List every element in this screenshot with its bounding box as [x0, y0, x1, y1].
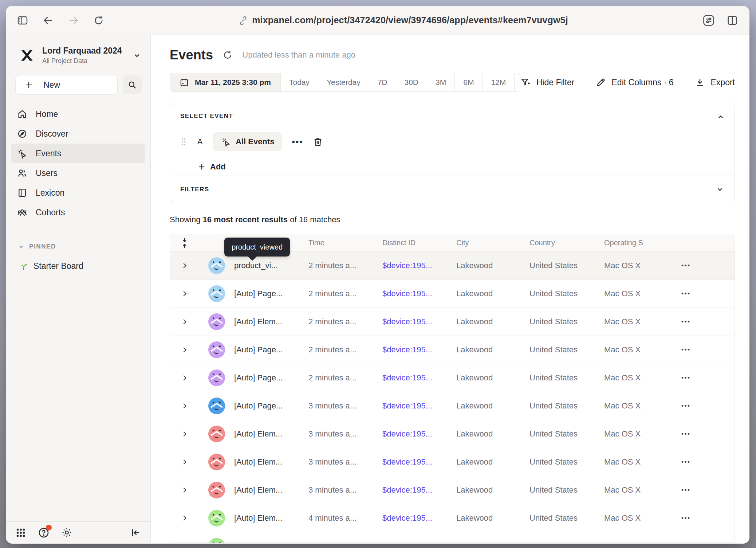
table-row[interactable]: ••• — [170, 532, 735, 543]
expand-row-icon[interactable] — [170, 290, 199, 298]
avatar-cell — [199, 398, 234, 414]
split-view-icon[interactable] — [726, 14, 739, 27]
help-icon[interactable] — [38, 527, 50, 539]
row-more-options-button[interactable]: ••• — [681, 543, 690, 543]
range-3m[interactable]: 3M — [427, 73, 454, 91]
pinned-section-header[interactable]: PINNED — [6, 232, 150, 250]
distinct-id-link[interactable]: $device:195... — [382, 373, 456, 383]
sidebar-item-discover[interactable]: Discover — [11, 124, 145, 144]
distinct-id-link[interactable]: $device:195... — [382, 429, 456, 439]
sidebar-item-cohorts[interactable]: Cohorts — [11, 203, 145, 222]
expand-row-icon[interactable] — [170, 346, 199, 354]
table-row[interactable]: [Auto] Elem... 3 minutes a... $device:19… — [170, 448, 735, 476]
row-more-options-button[interactable]: ••• — [681, 318, 690, 325]
row-more-options-button[interactable]: ••• — [681, 346, 690, 353]
refresh-icon[interactable] — [223, 50, 233, 60]
column-header-country[interactable]: Country — [529, 239, 604, 247]
table-row[interactable]: [Auto] Elem... 2 minutes a... $device:19… — [170, 308, 735, 336]
city-cell: Lakewood — [456, 261, 529, 270]
gear-icon[interactable] — [61, 527, 72, 538]
row-more-options-button[interactable]: ••• — [681, 458, 690, 466]
range-xtd[interactable]: XTD — [514, 73, 520, 91]
table-body: product_vi... 2 minutes a... $device:195… — [170, 252, 735, 543]
sidebar-toggle-icon[interactable] — [17, 15, 28, 26]
expand-row-icon[interactable] — [170, 514, 199, 522]
table-row[interactable]: [Auto] Page... 2 minutes a... $device:19… — [170, 280, 735, 308]
table-row[interactable]: [Auto] Page... 2 minutes a... $device:19… — [170, 336, 735, 364]
country-cell: United States — [529, 317, 604, 326]
sidebar-item-lexicon[interactable]: Lexicon — [11, 183, 145, 203]
column-header-distinct-id[interactable]: Distinct ID — [382, 239, 456, 247]
country-cell: United States — [529, 345, 604, 355]
event-avatar — [208, 257, 225, 274]
distinct-id-link[interactable]: $device:195... — [382, 317, 456, 326]
row-more-options-button[interactable]: ••• — [681, 262, 690, 269]
row-more-options-button[interactable]: ••• — [681, 486, 690, 494]
all-events-selector[interactable]: All Events — [213, 132, 282, 151]
row-more-options-button[interactable]: ••• — [681, 514, 690, 522]
project-subtitle: All Project Data — [42, 57, 126, 65]
sidebar-item-home[interactable]: Home — [11, 104, 145, 124]
distinct-id-link[interactable]: $device:195... — [382, 457, 456, 467]
collapse-rows-icon[interactable] — [170, 238, 199, 248]
expand-row-icon[interactable] — [170, 318, 199, 326]
table-row[interactable]: [Auto] Elem... 3 minutes a... $device:19… — [170, 420, 735, 448]
distinct-id-link[interactable]: $device:195... — [382, 261, 456, 270]
distinct-id-link[interactable]: $device:195... — [382, 345, 456, 355]
add-event-button[interactable]: Add — [198, 162, 724, 172]
chevron-up-icon[interactable] — [716, 113, 725, 121]
edit-columns-button[interactable]: Edit Columns · 6 — [596, 77, 674, 87]
sidebar-item-events[interactable]: Events — [11, 144, 145, 163]
row-actions-cell: ••• — [678, 430, 735, 438]
distinct-id-link[interactable]: $device:195... — [382, 401, 456, 411]
date-range-selected[interactable]: Mar 11, 2025 3:30 pm — [170, 73, 280, 91]
sidebar-item-starter-board[interactable]: Starter Board — [6, 250, 150, 271]
table-row[interactable]: [Auto] Elem... 3 minutes a... $device:19… — [170, 476, 735, 504]
tune-icon[interactable] — [702, 14, 715, 27]
search-button[interactable] — [123, 75, 142, 94]
drag-handle-icon[interactable] — [180, 137, 187, 146]
range-6m[interactable]: 6M — [454, 73, 482, 91]
project-switcher[interactable]: Lord Farquaad 2024 All Project Data — [6, 35, 150, 65]
distinct-id-link[interactable]: $device:195... — [382, 513, 456, 523]
table-row[interactable]: [Auto] Elem... 4 minutes a... $device:19… — [170, 504, 735, 532]
distinct-id-link[interactable]: $device:195... — [382, 289, 456, 298]
range-30d[interactable]: 30D — [396, 73, 427, 91]
row-more-options-button[interactable]: ••• — [681, 430, 690, 438]
range-12m[interactable]: 12M — [482, 73, 514, 91]
event-more-options-button[interactable]: ••• — [292, 137, 303, 147]
row-more-options-button[interactable]: ••• — [681, 374, 690, 381]
expand-row-icon[interactable] — [170, 542, 199, 543]
expand-row-icon[interactable] — [170, 374, 199, 382]
range-yesterday[interactable]: Yesterday — [318, 73, 369, 91]
expand-row-icon[interactable] — [170, 458, 199, 466]
country-cell: United States — [529, 513, 604, 523]
collapse-sidebar-icon[interactable] — [130, 527, 141, 538]
trash-icon[interactable] — [313, 137, 323, 147]
table-row[interactable]: [Auto] Page... 2 minutes a... $device:19… — [170, 364, 735, 392]
project-name: Lord Farquaad 2024 — [42, 46, 126, 56]
row-more-options-button[interactable]: ••• — [681, 290, 690, 297]
range-7d[interactable]: 7D — [369, 73, 396, 91]
reload-icon[interactable] — [93, 15, 104, 26]
row-more-options-button[interactable]: ••• — [681, 402, 690, 410]
expand-row-icon[interactable] — [170, 262, 199, 270]
sidebar-item-users[interactable]: Users — [11, 163, 145, 183]
row-actions-cell: ••• — [678, 543, 735, 543]
expand-row-icon[interactable] — [170, 430, 199, 438]
back-icon[interactable] — [42, 15, 54, 26]
column-header-time[interactable]: Time — [308, 239, 382, 247]
new-button[interactable]: New — [15, 75, 118, 95]
range-today[interactable]: Today — [280, 73, 318, 91]
hide-filter-button[interactable]: Hide Filter — [520, 77, 575, 87]
apps-grid-icon[interactable] — [15, 527, 26, 538]
table-row[interactable]: [Auto] Page... 3 minutes a... $device:19… — [170, 392, 735, 420]
address-bar[interactable]: mixpanel.com/project/3472420/view/397469… — [104, 15, 702, 26]
export-button[interactable]: Export — [695, 77, 735, 87]
column-header-city[interactable]: City — [456, 239, 529, 247]
chevron-down-icon[interactable] — [716, 185, 724, 194]
expand-row-icon[interactable] — [170, 486, 199, 494]
distinct-id-link[interactable]: $device:195... — [382, 485, 456, 495]
expand-row-icon[interactable] — [170, 402, 199, 410]
column-header-os[interactable]: Operating S — [604, 239, 678, 247]
